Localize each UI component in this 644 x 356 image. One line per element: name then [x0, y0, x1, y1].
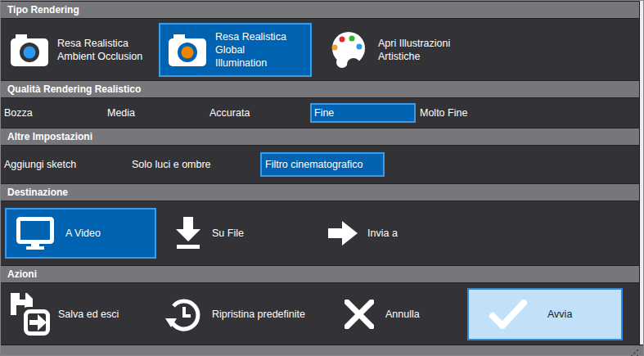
palette-icon	[328, 31, 369, 69]
tipo-option-global-illumination[interactable]: Resa Realistica Global Illumination	[159, 23, 312, 77]
x-icon	[345, 300, 374, 329]
section-header-qualita: Qualità Rendering Realistico	[1, 80, 639, 98]
arrow-right-icon	[328, 219, 358, 247]
quality-option-bozza[interactable]: Bozza	[4, 107, 107, 119]
statusbar	[1, 345, 643, 355]
section-title: Altre Impostazioni	[7, 131, 92, 142]
save-exit-icon	[9, 291, 52, 337]
window-right-edge	[639, 1, 643, 345]
tipo-option-ambient-occlusion[interactable]: Resa Realistica Ambient Occlusion	[11, 23, 148, 77]
window-content: Tipo Rendering Resa Realistica Amb	[1, 1, 639, 345]
action-ripristina-predefinite[interactable]: Ripristina predefinite	[164, 295, 345, 334]
option-label: Salva ed esci	[58, 309, 119, 320]
action-annulla[interactable]: Annulla	[345, 300, 467, 329]
action-salva-ed-esci[interactable]: Salva ed esci	[9, 291, 164, 337]
quality-option-molto-fine[interactable]: Molto Fine	[420, 107, 467, 119]
section-header-azioni: Azioni	[1, 265, 639, 283]
section-title: Qualità Rendering Realistico	[7, 83, 141, 95]
altre-option-filtro-cinematografico[interactable]: Filtro cinematografico	[260, 152, 385, 177]
option-label: Apri Illustrazioni Artistiche	[378, 37, 450, 63]
section-body-destinazione: A Video Su File	[1, 201, 639, 265]
history-icon	[164, 295, 204, 334]
option-label: A Video	[65, 228, 101, 239]
altre-option-solo-luci-e-ombre[interactable]: Solo luci e ombre	[132, 159, 260, 170]
option-label: Invia a	[367, 228, 398, 239]
quality-option-accurata[interactable]: Accurata	[209, 107, 310, 119]
section-title: Destinazione	[7, 187, 68, 198]
render-settings-window: Tipo Rendering Resa Realistica Amb	[0, 0, 644, 356]
check-icon	[489, 300, 527, 329]
section-body-tipo-rendering: Resa Realistica Ambient Occlusion	[1, 19, 639, 80]
section-body-qualita: Bozza Media Accurata Fine Molto Fine	[1, 98, 639, 128]
section-title: Azioni	[7, 268, 37, 280]
camera-icon	[169, 34, 206, 66]
section-body-azioni: Salva ed esci Ripristina predefinite	[1, 283, 639, 345]
option-label: Annulla	[385, 309, 420, 320]
section-header-destinazione: Destinazione	[1, 183, 639, 201]
tipo-option-illustrazioni-artistiche[interactable]: Apri Illustrazioni Artistiche	[328, 23, 450, 77]
section-body-altre-impostazioni: Aggiungi sketch Solo luci e ombre Filtro…	[1, 146, 639, 183]
altre-option-aggiungi-sketch[interactable]: Aggiungi sketch	[4, 159, 132, 170]
dest-option-su-file[interactable]: Su File	[174, 217, 328, 250]
section-header-tipo-rendering: Tipo Rendering	[1, 1, 639, 19]
option-label: Resa Realistica Global Illumination	[215, 30, 310, 70]
camera-icon	[11, 34, 48, 66]
option-label: Su File	[212, 228, 244, 239]
option-label: Ripristina predefinite	[212, 309, 305, 320]
download-icon	[174, 217, 202, 250]
quality-option-media[interactable]: Media	[107, 107, 209, 119]
quality-option-fine[interactable]: Fine	[310, 103, 416, 123]
section-title: Tipo Rendering	[7, 4, 79, 16]
dest-option-a-video[interactable]: A Video	[5, 208, 156, 259]
monitor-icon	[16, 217, 54, 250]
dest-option-invia-a[interactable]: Invia a	[328, 219, 398, 247]
section-header-altre-impostazioni: Altre Impostazioni	[1, 128, 639, 146]
option-label: Avvia	[547, 309, 572, 320]
option-label: Resa Realistica Ambient Occlusion	[57, 37, 142, 63]
resize-grip[interactable]	[631, 346, 639, 354]
window-main: Tipo Rendering Resa Realistica Amb	[1, 1, 643, 345]
action-avvia[interactable]: Avvia	[467, 288, 623, 340]
